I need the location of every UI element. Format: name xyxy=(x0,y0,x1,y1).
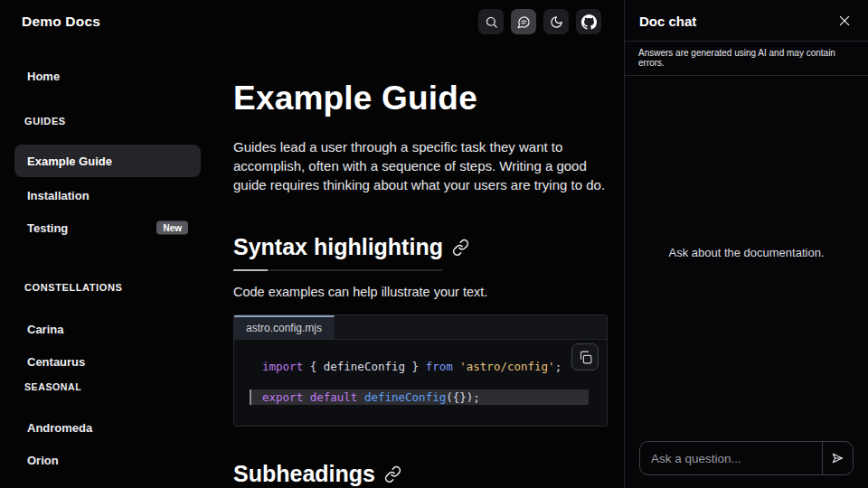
sidebar-item-centaurus[interactable]: Centaurus xyxy=(14,352,201,371)
ask-question-box xyxy=(639,441,854,475)
code-tab-bar: astro.config.mjs xyxy=(234,315,607,340)
new-badge: New xyxy=(156,221,188,235)
sidebar-item-label: Andromeda xyxy=(27,421,92,435)
section-heading: Syntax highlighting xyxy=(233,234,443,260)
code-token: default xyxy=(310,390,358,404)
code-token: from xyxy=(426,360,453,373)
ask-question-input[interactable] xyxy=(640,442,822,474)
chat-panel-title: Doc chat xyxy=(639,14,696,29)
sidebar-item-label: Testing xyxy=(27,221,68,235)
sidebar-group-seasonal: SEASONAL xyxy=(24,381,81,392)
send-question-button[interactable] xyxy=(823,442,853,474)
sidebar-item-testing[interactable]: Testing New xyxy=(14,219,201,237)
sidebar-item-andromeda[interactable]: Andromeda xyxy=(14,418,201,436)
code-token: import xyxy=(262,360,303,373)
close-icon xyxy=(837,14,852,28)
code-token: defineConfig xyxy=(364,390,446,404)
code-highlighted-line: export default defineConfig({}); xyxy=(250,389,589,405)
sidebar-item-label: Example Guide xyxy=(27,155,112,168)
code-filename-tab[interactable]: astro.config.mjs xyxy=(234,315,335,339)
main-content: Example Guide Guides lead a user through… xyxy=(233,0,608,487)
chat-panel-header: Doc chat xyxy=(625,0,868,41)
anchor-link-icon[interactable] xyxy=(452,239,469,256)
sidebar-item-installation[interactable]: Installation xyxy=(14,186,201,204)
chat-panel-body: Ask about the documentation. xyxy=(625,76,868,429)
page-title: Example Guide xyxy=(233,0,608,117)
docs-site: Demo Docs Home GUIDES Example Guide Inst… xyxy=(0,0,624,488)
code-token: export xyxy=(262,390,303,404)
sidebar-nav: Home GUIDES Example Guide Installation T… xyxy=(0,43,217,488)
code-blank-line xyxy=(262,374,589,389)
code-token: { defineConfig } xyxy=(303,360,425,373)
sidebar-item-label: Carina xyxy=(27,323,63,336)
chat-panel-footer xyxy=(625,429,868,488)
code-token xyxy=(357,390,364,404)
code-block: astro.config.mjs import { defineConfig }… xyxy=(233,314,608,427)
code-token xyxy=(303,390,310,404)
ai-disclaimer: Answers are generated using AI and may c… xyxy=(625,41,868,76)
send-icon xyxy=(830,451,844,465)
sidebar-item-example-guide[interactable]: Example Guide xyxy=(14,145,201,177)
code-token: 'astro/config' xyxy=(459,360,554,373)
intro-paragraph: Guides lead a user through a specific ta… xyxy=(233,137,608,194)
code-content: import { defineConfig } from 'astro/conf… xyxy=(234,340,607,426)
sidebar-group-guides: GUIDES xyxy=(24,116,66,127)
sidebar-item-label: Installation xyxy=(27,189,90,202)
sidebar-item-label: Home xyxy=(27,70,60,83)
sidebar-item-home[interactable]: Home xyxy=(14,67,201,85)
section-heading-row: Subheadings xyxy=(233,461,608,487)
section-heading: Subheadings xyxy=(233,461,375,487)
heading-divider xyxy=(233,269,442,271)
code-token: ({}); xyxy=(446,390,480,404)
doc-chat-panel: Doc chat Answers are generated using AI … xyxy=(624,0,868,488)
sidebar-group-constellations: CONSTELLATIONS xyxy=(24,282,122,293)
code-line: import { defineConfig } from 'astro/conf… xyxy=(262,359,589,374)
sidebar-item-label: Orion xyxy=(27,454,59,467)
chat-empty-state: Ask about the documentation. xyxy=(668,246,824,259)
site-title[interactable]: Demo Docs xyxy=(22,14,100,30)
close-chat-button[interactable] xyxy=(835,12,854,30)
sidebar-item-carina[interactable]: Carina xyxy=(14,320,201,338)
code-token: ; xyxy=(555,360,562,373)
copy-icon xyxy=(578,350,593,365)
section-paragraph: Code examples can help illustrate your t… xyxy=(233,285,608,299)
anchor-link-icon[interactable] xyxy=(384,465,401,483)
sidebar-item-orion[interactable]: Orion xyxy=(14,451,201,469)
section-heading-row: Syntax highlighting xyxy=(233,234,608,260)
sidebar-item-label: Centaurus xyxy=(27,355,85,369)
copy-code-button[interactable] xyxy=(571,343,599,371)
